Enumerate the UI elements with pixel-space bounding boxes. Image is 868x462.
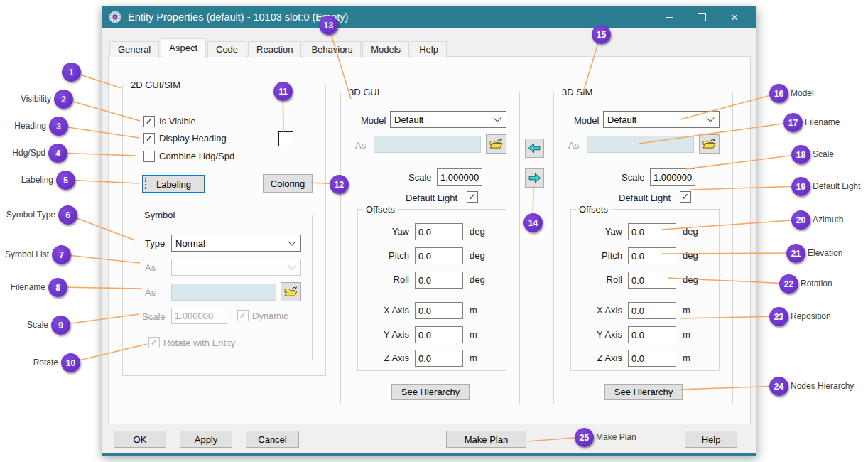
gui3d-model-dropdown[interactable]: Default bbox=[390, 111, 506, 128]
sim3d-z-axis-label: Z Axis bbox=[571, 353, 622, 363]
sim3d-x-axis-unit: m bbox=[683, 305, 690, 316]
callout-badge-10: 10 bbox=[61, 353, 80, 372]
callout-label-24: Nodes Hierarchy bbox=[791, 381, 854, 391]
labeling-button[interactable]: Labeling bbox=[142, 175, 205, 193]
tab-general[interactable]: General bbox=[109, 41, 159, 57]
cancel-button[interactable]: Cancel bbox=[246, 431, 299, 448]
close-button[interactable] bbox=[718, 6, 751, 28]
rotate-with-entity-checkbox bbox=[148, 337, 160, 348]
copy-left-button[interactable] bbox=[525, 139, 544, 158]
minimize-icon bbox=[666, 17, 673, 18]
tab-models[interactable]: Models bbox=[362, 41, 409, 57]
sim3d-see-hierarchy-button[interactable]: See Hierarchy bbox=[604, 384, 683, 400]
gui3d-default-light-label: Default Light bbox=[406, 193, 457, 203]
is-visible-checkbox[interactable] bbox=[143, 116, 155, 127]
gui3d-roll-field[interactable] bbox=[415, 272, 463, 289]
gui3d-x-axis-field[interactable] bbox=[415, 302, 463, 319]
sim3d-scale-field[interactable] bbox=[650, 168, 695, 186]
callout-badge-5: 5 bbox=[56, 171, 75, 190]
apply-button[interactable]: Apply bbox=[180, 431, 232, 448]
callout-label-7: Symbol List bbox=[5, 249, 49, 259]
screenshot-stage: Entity Properties (default) - 10103 slot… bbox=[0, 0, 868, 462]
minimize-button[interactable] bbox=[653, 6, 685, 28]
heading-color-swatch[interactable] bbox=[278, 131, 293, 146]
callout-label-4: Hdg/Spd bbox=[12, 148, 45, 158]
display-heading-label: Display Heading bbox=[159, 133, 227, 144]
open-folder-icon bbox=[489, 139, 503, 149]
callout-label-10: Rotate bbox=[33, 358, 58, 367]
is-visible-label: Is Visible bbox=[159, 116, 196, 127]
callout-badge-2: 2 bbox=[54, 90, 73, 109]
sim3d-roll-field[interactable] bbox=[628, 272, 676, 289]
callout-badge-8: 8 bbox=[48, 278, 67, 297]
callout-label-6: Symbol Type bbox=[6, 210, 55, 220]
tab-code[interactable]: Code bbox=[207, 41, 246, 57]
copy-right-button[interactable] bbox=[525, 168, 544, 188]
symbol-browse-button[interactable] bbox=[281, 282, 301, 301]
tab-help[interactable]: Help bbox=[411, 41, 447, 57]
tab-reaction[interactable]: Reaction bbox=[248, 41, 301, 57]
sim3d-pitch-field[interactable] bbox=[628, 247, 676, 264]
symbol-type-label: Type bbox=[145, 238, 165, 249]
display-heading-checkbox[interactable] bbox=[143, 133, 155, 144]
callout-badge-17: 17 bbox=[783, 113, 803, 132]
maximize-button[interactable] bbox=[685, 6, 718, 28]
callout-label-18: Scale bbox=[813, 149, 834, 159]
sim3d-yaw-field[interactable] bbox=[628, 223, 676, 240]
group-3d-gui-title: 3D GUI bbox=[346, 87, 382, 97]
coloring-button[interactable]: Coloring bbox=[263, 174, 313, 193]
open-folder-icon bbox=[702, 139, 716, 149]
sim3d-as-label: As bbox=[568, 140, 579, 151]
gui3d-scale-field[interactable] bbox=[437, 168, 482, 186]
close-icon bbox=[731, 11, 738, 23]
arrow-right-icon bbox=[528, 173, 541, 183]
tab-aspect[interactable]: Aspect bbox=[161, 38, 206, 58]
maximize-icon bbox=[698, 13, 706, 21]
symbol-scale-field bbox=[171, 308, 227, 324]
chevron-down-icon bbox=[288, 262, 295, 269]
symbol-scale-label: Scale bbox=[142, 311, 166, 322]
gui3d-yaw-field[interactable] bbox=[415, 223, 463, 240]
gui3d-yaw-label: Yaw bbox=[358, 226, 409, 237]
sim3d-yaw-label: Yaw bbox=[571, 226, 622, 237]
gui3d-default-light-checkbox[interactable] bbox=[467, 191, 478, 203]
sim3d-z-axis-field[interactable] bbox=[628, 350, 676, 367]
callout-label-8: Filename bbox=[11, 282, 45, 292]
gui3d-roll-unit: deg bbox=[470, 274, 485, 285]
callout-badge-20: 20 bbox=[791, 210, 810, 230]
group-2d-gui-sim-title: 2D GUI/SIM bbox=[128, 80, 183, 90]
tab-bar: General Aspect Code Reaction Behaviors M… bbox=[109, 39, 448, 57]
gui3d-browse-button[interactable] bbox=[486, 134, 506, 154]
gui3d-y-axis-field[interactable] bbox=[415, 326, 463, 343]
gui3d-z-axis-label: Z Axis bbox=[358, 353, 409, 363]
callout-label-20: Azimuth bbox=[813, 215, 843, 225]
callout-label-9: Scale bbox=[27, 320, 48, 330]
sim3d-roll-unit: deg bbox=[683, 274, 698, 285]
sim3d-offsets-title: Offsets bbox=[576, 204, 611, 215]
sim3d-roll-label: Roll bbox=[571, 274, 622, 285]
combine-hdg-spd-checkbox[interactable] bbox=[143, 151, 155, 162]
group-3d-gui: 3D GUI Model Default As Scale bbox=[340, 92, 520, 404]
callout-badge-6: 6 bbox=[58, 205, 77, 225]
tab-behaviors[interactable]: Behaviors bbox=[303, 41, 361, 57]
sim3d-z-axis-unit: m bbox=[683, 353, 690, 363]
help-button[interactable]: Help bbox=[685, 431, 737, 448]
gui3d-pitch-field[interactable] bbox=[415, 247, 463, 264]
sim3d-default-light-checkbox[interactable] bbox=[680, 191, 691, 203]
gui3d-offsets-title: Offsets bbox=[363, 204, 398, 215]
sim3d-x-axis-field[interactable] bbox=[628, 302, 676, 319]
ok-button[interactable]: OK bbox=[114, 431, 166, 448]
sim3d-browse-button[interactable] bbox=[699, 134, 720, 154]
gui3d-roll-label: Roll bbox=[358, 274, 409, 285]
callout-badge-3: 3 bbox=[49, 117, 68, 136]
make-plan-button[interactable]: Make Plan bbox=[446, 431, 526, 448]
sim3d-model-dropdown[interactable]: Default bbox=[603, 111, 720, 128]
gui3d-z-axis-field[interactable] bbox=[415, 350, 463, 367]
symbol-type-dropdown[interactable]: Normal bbox=[171, 235, 301, 252]
gui3d-see-hierarchy-button[interactable]: See Hierarchy bbox=[391, 384, 470, 400]
callout-label-23: Reposition bbox=[791, 311, 831, 321]
aspect-tab-page: 2D GUI/SIM Is Visible Display Heading Co… bbox=[108, 56, 751, 424]
gui3d-pitch-label: Pitch bbox=[358, 250, 409, 261]
symbol-as-list-label: As bbox=[145, 262, 156, 273]
sim3d-y-axis-field[interactable] bbox=[628, 326, 676, 343]
